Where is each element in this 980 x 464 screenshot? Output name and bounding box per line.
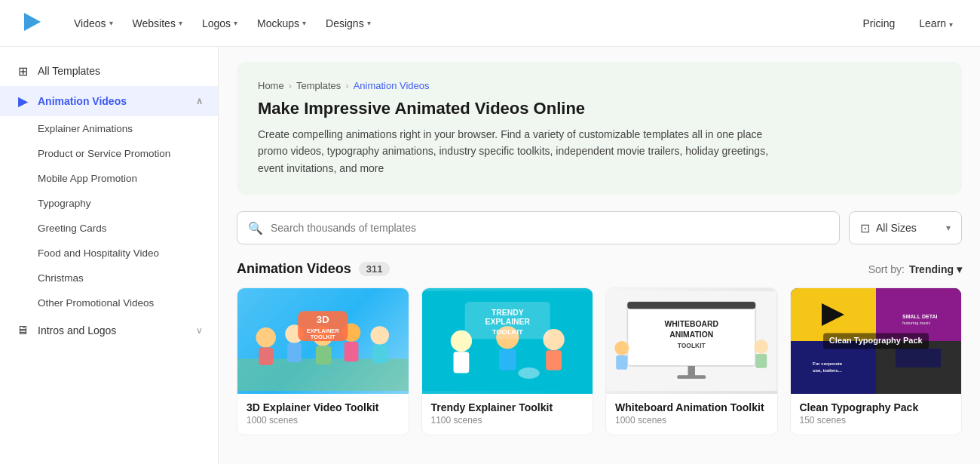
breadcrumb-home[interactable]: Home bbox=[258, 80, 284, 91]
chevron-down-icon: ▾ bbox=[946, 223, 951, 233]
svg-rect-9 bbox=[345, 342, 359, 361]
breadcrumb-templates[interactable]: Templates bbox=[296, 80, 341, 91]
template-card-3d-explainer[interactable]: 3D EXPLAINER TOOLKIT 3D Explainer Video … bbox=[237, 287, 409, 435]
template-card-whiteboard[interactable]: WHITEBOARD ANIMATION TOOLKIT Whit bbox=[605, 287, 778, 435]
logo[interactable] bbox=[18, 8, 45, 38]
breadcrumb: Home › Templates › Animation Videos bbox=[258, 80, 941, 91]
svg-rect-22 bbox=[546, 350, 562, 370]
svg-rect-39 bbox=[677, 375, 706, 379]
chevron-down-icon: ▾ bbox=[949, 20, 953, 29]
nav-logos[interactable]: Logos ▾ bbox=[194, 13, 245, 34]
sort-label: Sort by: bbox=[868, 263, 905, 275]
card-title-trendy: Trendy Explainer Toolkit bbox=[431, 401, 584, 413]
svg-rect-37 bbox=[755, 354, 767, 368]
chevron-down-icon: ▾ bbox=[234, 19, 237, 27]
monitor-icon: 🖥 bbox=[15, 323, 30, 338]
breadcrumb-current: Animation Videos bbox=[354, 80, 430, 91]
svg-text:EXPLAINER: EXPLAINER bbox=[485, 318, 530, 326]
chevron-down-icon: ▾ bbox=[957, 263, 962, 275]
sidebar-sub-item-product[interactable]: Product or Service Promotion bbox=[0, 141, 218, 166]
cards-grid: 3D EXPLAINER TOOLKIT 3D Explainer Video … bbox=[237, 287, 962, 435]
svg-text:TRENDY: TRENDY bbox=[491, 309, 523, 317]
search-icon: 🔍 bbox=[248, 221, 263, 235]
sidebar-sub-item-food[interactable]: Food and Hospitality Video bbox=[0, 241, 218, 266]
sidebar-item-intros[interactable]: 🖥 Intros and Logos ∨ bbox=[0, 315, 218, 346]
size-filter[interactable]: ⊡ All Sizes ▾ bbox=[849, 211, 962, 244]
nav-websites[interactable]: Websites ▾ bbox=[125, 13, 190, 34]
svg-point-23 bbox=[518, 367, 539, 379]
card-thumbnail-3d: 3D EXPLAINER TOOLKIT bbox=[237, 288, 409, 394]
sidebar-sub-item-christmas[interactable]: Christmas bbox=[0, 266, 218, 290]
chevron-down-icon: ▾ bbox=[109, 19, 113, 27]
card-thumbnail-whiteboard: WHITEBOARD ANIMATION TOOLKIT bbox=[606, 288, 777, 394]
svg-text:WHITEBOARD: WHITEBOARD bbox=[665, 320, 719, 328]
svg-rect-46 bbox=[896, 367, 941, 386]
main-content: Home › Templates › Animation Videos Make… bbox=[219, 47, 980, 464]
grid-header: Animation Videos 311 Sort by: Trending ▾ bbox=[237, 261, 962, 277]
navbar-right: Pricing Learn ▾ bbox=[854, 13, 963, 34]
card-scenes-clean: 150 scenes bbox=[800, 415, 953, 426]
sidebar: ⊞ All Templates ▶ Animation Videos ∧ Exp… bbox=[0, 47, 219, 464]
search-row: 🔍 ⊡ All Sizes ▾ bbox=[237, 211, 962, 244]
svg-rect-5 bbox=[287, 343, 302, 362]
chevron-down-icon: ▾ bbox=[302, 19, 306, 27]
svg-rect-35 bbox=[616, 355, 627, 370]
sidebar-sub-item-other[interactable]: Other Promotional Videos bbox=[0, 290, 218, 315]
svg-point-2 bbox=[256, 327, 276, 347]
card-scenes-trendy: 1100 scenes bbox=[431, 415, 584, 426]
card-info-3d: 3D Explainer Video Toolkit 1000 scenes bbox=[237, 394, 409, 435]
search-input[interactable] bbox=[271, 222, 828, 234]
svg-text:For corporate: For corporate bbox=[813, 361, 843, 366]
size-icon: ⊡ bbox=[860, 221, 870, 235]
svg-point-10 bbox=[370, 326, 389, 345]
svg-rect-11 bbox=[372, 345, 387, 364]
grid-icon: ⊞ bbox=[15, 63, 30, 78]
sidebar-sub-item-explainer[interactable]: Explainer Animations bbox=[0, 116, 218, 141]
clean-title-overlay: Clean Typography Pack bbox=[823, 333, 929, 349]
nav-videos[interactable]: Videos ▾ bbox=[66, 13, 121, 34]
nav-mockups[interactable]: Mockups ▾ bbox=[250, 13, 314, 34]
svg-text:ANIMATION: ANIMATION bbox=[669, 330, 713, 339]
clean-cell-3: For corporate use, trailers... bbox=[791, 341, 876, 394]
template-card-clean-typography[interactable]: SMALL DETAILS featuring music For corpor… bbox=[790, 287, 963, 435]
sidebar-sub-item-greeting[interactable]: Greeting Cards bbox=[0, 216, 218, 241]
nav-learn[interactable]: Learn ▾ bbox=[910, 13, 962, 34]
sidebar-sub-item-mobile[interactable]: Mobile App Promotion bbox=[0, 166, 218, 191]
card-info-whiteboard: Whiteboard Animation Toolkit 1000 scenes bbox=[606, 394, 777, 435]
svg-rect-38 bbox=[688, 366, 695, 376]
grid-title: Animation Videos bbox=[237, 261, 351, 277]
sidebar-item-all-templates[interactable]: ⊞ All Templates bbox=[0, 56, 218, 86]
hero-description: Create compelling animations right in yo… bbox=[258, 126, 786, 177]
card-info-clean: Clean Typography Pack 150 scenes bbox=[791, 394, 962, 435]
svg-point-36 bbox=[754, 340, 768, 354]
nav-pricing[interactable]: Pricing bbox=[854, 13, 905, 34]
svg-text:TOOLKIT: TOOLKIT bbox=[311, 333, 335, 340]
svg-point-34 bbox=[614, 341, 629, 355]
sidebar-sub-item-typography[interactable]: Typography bbox=[0, 191, 218, 216]
chevron-down-icon: ▾ bbox=[179, 19, 182, 27]
play-icon: ▶ bbox=[15, 94, 30, 109]
svg-text:use, trailers...: use, trailers... bbox=[813, 368, 842, 373]
search-container[interactable]: 🔍 bbox=[237, 211, 840, 244]
svg-text:TOOLKIT: TOOLKIT bbox=[492, 327, 522, 336]
svg-marker-40 bbox=[822, 303, 844, 326]
svg-rect-7 bbox=[316, 346, 332, 365]
nav-designs[interactable]: Designs ▾ bbox=[318, 13, 378, 34]
svg-marker-0 bbox=[24, 13, 41, 31]
card-title-whiteboard: Whiteboard Animation Toolkit bbox=[615, 401, 768, 413]
svg-text:SMALL DETAILS: SMALL DETAILS bbox=[902, 314, 937, 319]
sort-row: Sort by: Trending ▾ bbox=[868, 263, 962, 275]
svg-text:3D: 3D bbox=[317, 315, 329, 326]
svg-rect-18 bbox=[453, 352, 469, 373]
navbar: Videos ▾ Websites ▾ Logos ▾ Mockups ▾ De… bbox=[0, 0, 980, 47]
svg-rect-45 bbox=[896, 349, 941, 367]
sort-value[interactable]: Trending ▾ bbox=[909, 263, 962, 275]
thumb-content-3d: 3D EXPLAINER TOOLKIT bbox=[237, 288, 409, 394]
svg-rect-3 bbox=[259, 348, 273, 366]
size-filter-label: All Sizes bbox=[876, 222, 940, 234]
template-card-trendy[interactable]: TRENDY EXPLAINER TOOLKIT Trendy Explaine… bbox=[421, 287, 594, 435]
breadcrumb-sep-2: › bbox=[345, 80, 348, 91]
card-thumbnail-clean: SMALL DETAILS featuring music For corpor… bbox=[791, 288, 962, 394]
breadcrumb-sep-1: › bbox=[289, 80, 292, 91]
sidebar-item-animation-videos[interactable]: ▶ Animation Videos ∧ bbox=[0, 86, 218, 116]
